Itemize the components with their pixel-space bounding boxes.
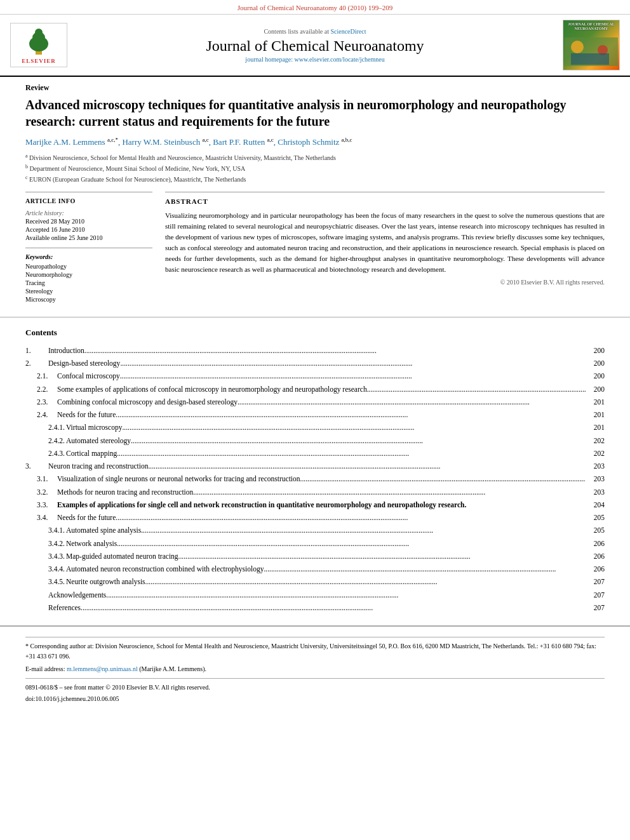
toc-number: 3.4.2. [25, 538, 66, 549]
toc-dots: ........................................… [117, 448, 586, 459]
toc-row: 3.3.Examples of applications for single … [25, 500, 605, 510]
toc-page: 203 [586, 461, 605, 472]
toc-row: 2.4.1.Virtual microscopy ...............… [25, 422, 605, 433]
toc-row: 3.4.Needs for the future ...............… [25, 512, 605, 523]
affiliations: a Division Neuroscience, School for Ment… [25, 152, 605, 185]
keyword-tracing: Tracing [25, 279, 152, 286]
toc-number: 2.1. [25, 371, 57, 382]
toc-number: 3.4.5. [25, 577, 66, 587]
email-person: (Marijke A.M. Lemmens). [139, 665, 206, 672]
toc-row: 3.1.Visualization of single neurons or n… [25, 474, 605, 484]
toc-label: Neurite outgrowth analysis [66, 577, 145, 587]
toc-number: 2.3. [25, 397, 57, 408]
toc-page: 203 [586, 474, 605, 484]
toc-label: Virtual microscopy [66, 422, 122, 433]
email-address[interactable]: m.lemmens@np.unimaas.nl [67, 665, 138, 672]
toc-row: 2.4.Needs for the future ...............… [25, 410, 605, 420]
toc-row: Acknowledgements .......................… [25, 590, 605, 601]
toc-number: 3.3. [25, 500, 57, 510]
issn-line: 0891-0618/$ – see front matter © 2010 El… [25, 683, 605, 693]
received-date: Received 28 May 2010 [25, 218, 152, 225]
citation-text: Journal of Chemical Neuroanatomy 40 (201… [238, 4, 392, 11]
toc-page: 206 [586, 538, 605, 549]
toc-row: 3.4.5.Neurite outgrowth analysis .......… [25, 577, 605, 587]
contents-title: Contents [25, 328, 605, 338]
toc-number: 2.4.1. [25, 422, 66, 433]
copyright-line: © 2010 Elsevier B.V. All rights reserved… [165, 279, 605, 286]
toc-number: 3.2. [25, 487, 57, 498]
toc-row: 2.4.2.Automated stereology .............… [25, 436, 605, 446]
elsevier-logo: ELSEVIER [10, 23, 67, 67]
toc-list: 1.Introduction .........................… [25, 345, 605, 613]
article-body: ARTICLE INFO Article history: Received 2… [25, 192, 605, 304]
toc-page: 200 [586, 384, 605, 395]
toc-label: Examples of applications for single cell… [57, 500, 586, 510]
toc-number: 2.4.2. [25, 436, 66, 446]
toc-label: Design-based stereology [48, 358, 120, 369]
toc-dots: ........................................… [300, 474, 586, 484]
toc-page: 202 [586, 436, 605, 446]
toc-dots: ........................................… [116, 512, 586, 523]
authors-text: Marijke A.M. Lemmens a,c,*, Harry W.M. S… [25, 137, 352, 147]
toc-row: 3.4.1.Automated spine analysis .........… [25, 525, 605, 536]
abstract-title: ABSTRACT [165, 197, 605, 205]
toc-page: 207 [586, 577, 605, 587]
footer-divider [25, 637, 605, 637]
homepage-url[interactable]: www.elsevier.com/locate/jchemneu [295, 56, 385, 63]
toc-number: 2. [25, 358, 48, 369]
toc-number: 3.4. [25, 512, 57, 523]
footer-divider-2 [25, 678, 605, 679]
toc-number: 2.2. [25, 384, 57, 395]
sciencedirect-link[interactable]: ScienceDirect [330, 28, 366, 35]
toc-dots: ........................................… [120, 371, 586, 382]
article-title: Advanced microscopy techniques for quant… [25, 97, 605, 130]
toc-row: 2.1.Confocal microscopy ................… [25, 371, 605, 382]
toc-label: Some examples of applications of confoca… [57, 384, 367, 395]
toc-page: 201 [586, 410, 605, 420]
toc-dots: ........................................… [145, 577, 586, 587]
email-label: E-mail address: [25, 665, 65, 672]
toc-row: 3.2.Methods for neuron tracing and recon… [25, 487, 605, 498]
affiliation-b: b Department of Neuroscience, Mount Sina… [25, 163, 605, 174]
toc-number: 2.4.3. [25, 448, 66, 459]
toc-row: 2.4.3.Cortical mapping .................… [25, 448, 605, 459]
toc-number: 3. [25, 461, 48, 472]
toc-row: 3.Neuron tracing and reconstruction ....… [25, 461, 605, 472]
toc-row: 3.4.3.Map-guided automated neuron tracin… [25, 551, 605, 562]
table-of-contents: Contents 1.Introduction ................… [0, 317, 630, 626]
toc-label: Cortical mapping [66, 448, 117, 459]
journal-citation: Journal of Chemical Neuroanatomy 40 (201… [0, 0, 630, 15]
toc-page: 206 [586, 551, 605, 562]
article-type: Review [25, 83, 605, 93]
toc-dots: ........................................… [122, 422, 586, 433]
toc-row: 1.Introduction .........................… [25, 345, 605, 356]
affiliation-c: c EURON (European Graduate School for Ne… [25, 174, 605, 185]
toc-label: Introduction [48, 345, 84, 356]
toc-label: Automated spine analysis [66, 525, 141, 536]
keywords-title: Keywords: [25, 253, 152, 260]
toc-number: 3.4.4. [25, 564, 66, 575]
keywords-section: Keywords: Neuropathology Neuromorphology… [25, 248, 152, 303]
toc-number: 3.4.1. [25, 525, 66, 536]
toc-dots: ........................................… [148, 461, 586, 472]
abstract-text: Visualizing neuromorphology and in parti… [165, 210, 605, 275]
toc-label: Automated stereology [66, 436, 131, 446]
toc-page: 202 [586, 448, 605, 459]
article-info-title: ARTICLE INFO [25, 197, 152, 204]
elsevier-text: ELSEVIER [22, 58, 56, 64]
doi-line: doi:10.1016/j.jchemneu.2010.06.005 [25, 695, 605, 702]
toc-page: 201 [586, 422, 605, 433]
toc-row: References .............................… [25, 603, 605, 613]
journal-title: Journal of Chemical Neuroanatomy [86, 37, 544, 55]
toc-dots: ........................................… [264, 564, 586, 575]
accepted-date: Accepted 16 June 2010 [25, 226, 152, 233]
toc-label: Automated neuron reconstruction combined… [66, 564, 264, 575]
toc-label: Methods for neuron tracing and reconstru… [57, 487, 193, 498]
keyword-neuromorphology: Neuromorphology [25, 271, 152, 278]
toc-label: Network analysis [66, 538, 117, 549]
toc-dots: ........................................… [193, 487, 586, 498]
keyword-stereology: Stereology [25, 288, 152, 295]
thumb-title-text: JOURNAL OF CHEMICAL NEUROANATOMY [565, 22, 617, 31]
history-label: Article history: [25, 210, 152, 217]
toc-dots: ........................................… [178, 551, 586, 562]
